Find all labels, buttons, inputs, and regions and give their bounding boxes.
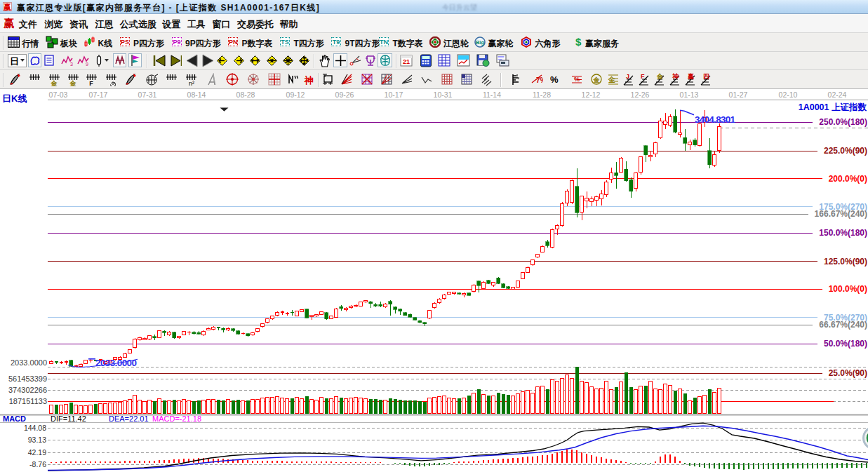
svg-text:125.0%(90): 125.0%(90)	[824, 257, 867, 267]
svg-text:42.19: 42.19	[28, 448, 46, 457]
svg-text:93.13: 93.13	[28, 436, 46, 444]
svg-text:金: 金	[51, 80, 58, 86]
svg-text:09-26: 09-26	[335, 90, 354, 99]
svg-text:374302266: 374302266	[8, 386, 47, 394]
svg-text:F: F	[641, 73, 645, 80]
svg-text:21: 21	[403, 58, 410, 65]
svg-text:12-12: 12-12	[582, 90, 601, 99]
svg-text:F: F	[89, 80, 93, 86]
svg-text:金: 金	[608, 76, 615, 83]
svg-text:10-31: 10-31	[434, 90, 453, 99]
svg-text:08-28: 08-28	[236, 90, 255, 99]
svg-text:187151133: 187151133	[9, 397, 47, 405]
svg-text:四: 四	[703, 73, 709, 80]
svg-text:10-17: 10-17	[385, 90, 403, 99]
svg-text:赢: 赢	[687, 73, 694, 80]
svg-text:01-27: 01-27	[729, 90, 748, 99]
svg-text:11-14: 11-14	[483, 90, 501, 99]
svg-text:神: 神	[672, 73, 679, 80]
svg-text:225.0%(90): 225.0%(90)	[824, 146, 867, 156]
svg-text:3: 3	[70, 62, 73, 67]
svg-text:2033.0000: 2033.0000	[95, 358, 137, 368]
svg-text:09-12: 09-12	[286, 90, 305, 99]
svg-text:166.67%(240): 166.67%(240)	[815, 209, 867, 219]
svg-text:01-13: 01-13	[680, 90, 699, 99]
svg-text:1A0001 上证指数: 1A0001 上证指数	[799, 102, 867, 112]
svg-text:02-10: 02-10	[779, 90, 798, 99]
svg-text:12-26: 12-26	[631, 90, 650, 99]
svg-text:08-14: 08-14	[187, 90, 206, 99]
svg-text:3404.8301: 3404.8301	[695, 114, 735, 125]
svg-text:MACD: MACD	[3, 414, 26, 423]
svg-text:07-31: 07-31	[138, 90, 157, 99]
svg-text:9: 9	[86, 62, 88, 67]
svg-text:561453399: 561453399	[8, 375, 47, 383]
svg-text:DIF=11.42: DIF=11.42	[51, 414, 86, 423]
svg-text:25.0%(90): 25.0%(90)	[829, 368, 867, 378]
svg-text:07-03: 07-03	[49, 90, 68, 99]
svg-text:150.0%(180): 150.0%(180)	[819, 228, 867, 238]
svg-text:MACD=-21.18: MACD=-21.18	[152, 414, 201, 423]
svg-text:金: 金	[69, 80, 77, 86]
svg-text:200.0%(0): 200.0%(0)	[829, 174, 867, 184]
svg-text:J: J	[626, 73, 629, 80]
svg-text:Big: Big	[476, 39, 485, 46]
svg-text:DEA=22.01: DEA=22.01	[109, 414, 149, 423]
svg-text:144.08: 144.08	[24, 424, 46, 432]
svg-text:11-28: 11-28	[533, 90, 551, 99]
svg-text:250.0%(180): 250.0%(180)	[819, 117, 867, 127]
svg-text:日K线: 日K线	[2, 93, 27, 104]
svg-text:金: 金	[656, 73, 664, 80]
svg-text:金: 金	[593, 76, 601, 83]
svg-text:-8.76: -8.76	[29, 460, 46, 468]
svg-text:50.0%(180): 50.0%(180)	[824, 339, 867, 349]
svg-text:7%: 7%	[536, 76, 543, 84]
svg-text:100.0%(0): 100.0%(0)	[829, 284, 867, 294]
svg-text:n²: n²	[189, 80, 194, 86]
svg-text:02-24: 02-24	[828, 90, 847, 99]
svg-text:07-17: 07-17	[89, 90, 108, 99]
svg-text:2033.0000: 2033.0000	[11, 358, 47, 367]
svg-text:66.67%(240): 66.67%(240)	[819, 320, 867, 330]
